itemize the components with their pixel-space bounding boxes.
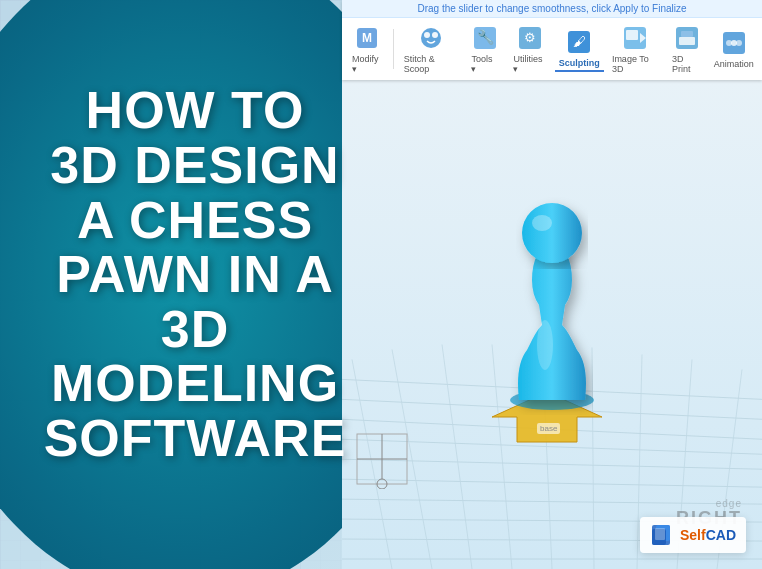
- pawn-svg: [497, 195, 607, 415]
- image-to-3d-icon: [621, 24, 649, 52]
- canvas-area: RIGHT edge base: [342, 80, 762, 569]
- toolbar-item-utilities[interactable]: ⚙ Utilities ▾: [507, 22, 552, 76]
- logo-cad: CAD: [706, 527, 736, 543]
- base-label: base: [537, 423, 560, 434]
- svg-rect-55: [655, 528, 665, 540]
- svg-rect-14: [626, 30, 638, 40]
- 3d-print-icon: [673, 24, 701, 52]
- toolbar-icons: M Modify ▾ Stitch & Scoop: [342, 18, 762, 80]
- svg-text:⚙: ⚙: [524, 30, 536, 45]
- stitch-icon: [417, 24, 445, 52]
- logo-area: SelfCAD: [640, 517, 746, 553]
- selfcad-logo-text: SelfCAD: [680, 527, 736, 543]
- tools-icon: 🔧: [471, 24, 499, 52]
- divider-1: [393, 29, 394, 69]
- title-line-3: A CHESS: [40, 193, 350, 248]
- title-line-1: HOW TO: [40, 83, 350, 138]
- svg-text:🔧: 🔧: [477, 29, 495, 46]
- svg-point-22: [736, 40, 742, 46]
- svg-rect-17: [679, 37, 695, 45]
- toolbar: Drag the slider to change smoothness, cl…: [342, 0, 762, 80]
- canvas-watermark2: edge: [716, 498, 742, 509]
- title-line-2: 3D DESIGN: [40, 138, 350, 193]
- svg-point-46: [532, 215, 552, 231]
- toolbar-item-image-to-3d[interactable]: Image To 3D: [606, 22, 664, 76]
- 3d-print-label: 3D Print: [672, 54, 702, 74]
- selfcad-logo-icon: [650, 523, 674, 547]
- stitch-label: Stitch & Scoop: [404, 54, 458, 74]
- toolbar-hint: Drag the slider to change smoothness, cl…: [342, 0, 762, 18]
- svg-text:🖌: 🖌: [573, 34, 586, 49]
- svg-point-6: [432, 32, 438, 38]
- main-container: Drag the slider to change smoothness, cl…: [0, 0, 762, 569]
- image-to-3d-label: Image To 3D: [612, 54, 658, 74]
- svg-line-35: [442, 344, 472, 569]
- svg-rect-18: [681, 31, 693, 37]
- animation-label: Animation: [714, 59, 754, 69]
- svg-point-5: [424, 32, 430, 38]
- svg-point-47: [537, 320, 553, 370]
- svg-point-4: [421, 28, 441, 48]
- utilities-icon: ⚙: [516, 24, 544, 52]
- chess-pawn: [497, 195, 607, 419]
- main-title: HOW TO 3D DESIGN A CHESS PAWN IN A 3D MO…: [40, 83, 350, 465]
- toolbar-item-3d-print[interactable]: 3D Print: [666, 22, 708, 76]
- toolbar-item-sculpting[interactable]: 🖌 Sculpting: [555, 26, 604, 72]
- animation-icon: [720, 29, 748, 57]
- title-line-5: MODELING: [40, 356, 350, 411]
- logo-self: Self: [680, 527, 706, 543]
- sculpting-icon: 🖌: [565, 28, 593, 56]
- tools-label: Tools ▾: [471, 54, 499, 74]
- title-line-4: PAWN IN A 3D: [40, 247, 350, 356]
- toolbar-item-tools[interactable]: 🔧 Tools ▾: [465, 22, 505, 76]
- svg-line-29: [342, 499, 762, 504]
- base-label-text: base: [540, 424, 557, 433]
- toolbar-item-stitch[interactable]: Stitch & Scoop: [398, 22, 464, 76]
- title-line-6: SOFTWARE: [40, 411, 350, 466]
- svg-point-45: [522, 203, 582, 263]
- sculpting-label: Sculpting: [559, 58, 600, 68]
- utilities-label: Utilities ▾: [513, 54, 546, 74]
- toolbar-item-animation[interactable]: Animation: [710, 27, 758, 71]
- text-overlay: HOW TO 3D DESIGN A CHESS PAWN IN A 3D MO…: [0, 0, 380, 569]
